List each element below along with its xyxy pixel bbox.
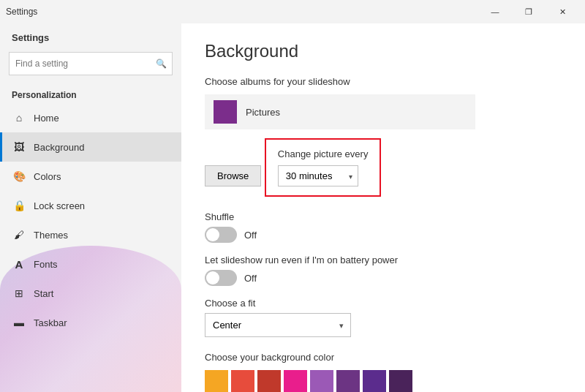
lock-icon: 🔒 [12,198,26,213]
sidebar-item-label-fonts: Fonts [34,259,58,270]
shuffle-label: Shuffle [205,211,562,222]
sidebar-item-themes[interactable]: 🖌 Themes [0,220,181,249]
sidebar-item-label-background: Background [34,142,84,153]
fit-dropdown[interactable]: Fill Fit Stretch Tile Center Span [205,313,351,337]
sidebar-item-home[interactable]: ⌂ Home [0,103,181,132]
home-icon: ⌂ [12,110,26,125]
titlebar-controls: — ❐ ✕ [478,0,579,23]
background-icon: 🖼 [12,140,26,154]
minimize-button[interactable]: — [478,0,512,23]
close-button[interactable]: ✕ [546,0,579,23]
fit-section: Choose a fit Fill Fit Stretch Tile Cente… [205,298,562,337]
sidebar-item-taskbar[interactable]: ▬ Taskbar [0,308,181,337]
album-section-label: Choose albums for your slideshow [205,76,562,87]
shuffle-toggle-row: Off [205,227,562,243]
album-row: Pictures [205,94,475,129]
change-picture-dropdown-wrapper: 1 minute 10 minutes 30 minutes 1 hour 6 … [278,165,358,186]
shuffle-status: Off [244,230,257,241]
color-swatch[interactable] [389,370,412,392]
sidebar-section-label: Personalization [0,84,181,103]
start-icon: ⊞ [12,286,26,301]
album-name: Pictures [246,107,280,118]
sidebar-item-label-taskbar: Taskbar [34,317,67,328]
sidebar-item-fonts[interactable]: A Fonts [0,249,181,279]
sidebar-item-colors[interactable]: 🎨 Colors [0,162,181,191]
color-swatch[interactable] [257,370,281,392]
color-grid [205,370,562,392]
page-title: Background [205,41,562,61]
shuffle-section: Shuffle Off [205,211,562,243]
content-area: Background Choose albums for your slides… [181,23,585,392]
app-container: Settings 🔍 Personalization ⌂ Home 🖼 Back… [0,23,585,392]
color-swatch[interactable] [205,370,228,392]
shuffle-toggle[interactable] [205,227,237,243]
battery-toggle-knob [206,271,219,284]
sidebar-header: Settings [0,23,181,49]
fonts-icon: A [12,257,26,271]
sidebar-item-start[interactable]: ⊞ Start [0,279,181,308]
maximize-button[interactable]: ❐ [512,0,546,23]
shuffle-toggle-knob [206,228,219,241]
battery-status: Off [244,273,257,284]
browse-button[interactable]: Browse [205,165,261,186]
battery-toggle[interactable] [205,270,237,286]
themes-icon: 🖌 [12,227,26,242]
sidebar-search-container: 🔍 [9,52,173,75]
color-swatch[interactable] [231,370,254,392]
fit-dropdown-wrapper: Fill Fit Stretch Tile Center Span ▾ [205,313,351,337]
sidebar-item-background[interactable]: 🖼 Background [0,132,181,162]
change-picture-label: Change picture every [278,148,369,159]
fit-label: Choose a fit [205,298,562,309]
color-section-label: Choose your background color [205,352,562,363]
sidebar-item-label-start: Start [34,288,53,299]
battery-toggle-row: Off [205,270,562,286]
colors-icon: 🎨 [12,169,26,184]
search-icon: 🔍 [156,59,167,69]
change-picture-dropdown[interactable]: 1 minute 10 minutes 30 minutes 1 hour 6 … [278,165,358,186]
change-picture-box: Change picture every 1 minute 10 minutes… [265,138,382,197]
sidebar-item-label-lock: Lock screen [34,200,85,211]
color-swatch[interactable] [336,370,360,392]
color-swatch[interactable] [363,370,386,392]
album-thumbnail [214,100,237,124]
taskbar-icon: ▬ [12,315,26,330]
sidebar-item-label-home: Home [34,113,59,124]
search-input[interactable] [9,52,173,75]
sidebar-item-lock-screen[interactable]: 🔒 Lock screen [0,191,181,220]
color-swatch[interactable] [310,370,333,392]
color-swatch[interactable] [284,370,307,392]
sidebar-item-label-colors: Colors [34,171,61,182]
battery-section: Let slideshow run even if I'm on battery… [205,255,562,286]
titlebar-title: Settings [6,7,478,17]
titlebar: Settings — ❐ ✕ [0,0,585,23]
battery-label: Let slideshow run even if I'm on battery… [205,255,562,265]
sidebar: Settings 🔍 Personalization ⌂ Home 🖼 Back… [0,23,181,392]
sidebar-item-label-themes: Themes [34,230,68,241]
